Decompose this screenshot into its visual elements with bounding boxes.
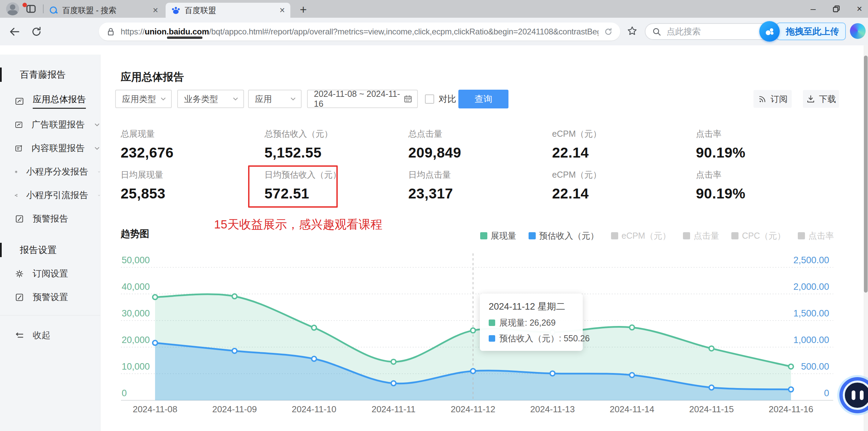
robot-face-icon bbox=[843, 381, 868, 410]
app-type-value: 应用类型 bbox=[122, 93, 156, 105]
legend-label: 展现量 bbox=[491, 230, 516, 241]
copilot-icon[interactable] bbox=[850, 23, 866, 39]
download-button[interactable]: 下载 bbox=[803, 90, 839, 108]
workspaces-icon[interactable] bbox=[25, 3, 37, 15]
subscribe-button[interactable]: 订阅 bbox=[753, 90, 792, 108]
search-placeholder: 点此搜索 bbox=[667, 26, 701, 37]
legend-item-active[interactable]: 展现量 bbox=[480, 230, 516, 241]
tab-baidu-union[interactable]: 百度联盟 × bbox=[166, 3, 290, 18]
tooltip-rows: 展现量: 26,269预估收入（元）: 550.26 bbox=[489, 317, 574, 344]
sidebar-item-1[interactable]: 广告联盟报告 bbox=[0, 113, 100, 136]
data-point-展现量-2024-11-14[interactable] bbox=[630, 325, 635, 330]
svg-text:0: 0 bbox=[824, 388, 829, 398]
restore-button[interactable] bbox=[832, 4, 841, 13]
back-button[interactable] bbox=[7, 25, 22, 39]
favorite-star-icon[interactable] bbox=[626, 25, 638, 38]
search-favicon bbox=[49, 6, 58, 15]
data-point-预估收入（元）-2024-11-10[interactable] bbox=[312, 356, 317, 361]
refresh-button[interactable] bbox=[29, 25, 44, 39]
chevron-down-icon bbox=[98, 192, 100, 199]
data-point-预估收入（元）-2024-11-16[interactable] bbox=[789, 387, 793, 392]
sidebar-item-2[interactable]: 内容联盟报告 bbox=[0, 136, 100, 160]
legend-item-inactive[interactable]: eCPM（元） bbox=[611, 230, 671, 241]
svg-text:2,500.00: 2,500.00 bbox=[793, 255, 829, 265]
data-point-预估收入（元）-2024-11-13[interactable] bbox=[550, 371, 555, 376]
data-point-展现量-2024-11-15[interactable] bbox=[709, 346, 714, 351]
stat-value: 232,676 bbox=[121, 145, 264, 161]
compare-checkbox[interactable] bbox=[425, 94, 434, 104]
tab-baidu-search[interactable]: 百度联盟 - 搜索 × bbox=[44, 3, 164, 18]
window-controls: – × bbox=[809, 0, 865, 18]
chevron-down-icon bbox=[290, 96, 296, 102]
legend-item-inactive[interactable]: 点击量 bbox=[683, 230, 719, 241]
page-content: 百青藤报告 应用总体报告广告联盟报告内容联盟报告小程序分发报告小程序引流报告预警… bbox=[0, 45, 868, 431]
stat-value: 209,849 bbox=[408, 145, 552, 161]
assistant-robot-button[interactable] bbox=[839, 377, 868, 413]
data-point-预估收入（元）-2024-11-11[interactable] bbox=[391, 381, 396, 386]
sidebar-item-4[interactable]: 小程序引流报告 bbox=[0, 183, 100, 207]
data-point-预估收入（元）-2024-11-12[interactable] bbox=[471, 369, 475, 373]
data-point-预估收入（元）-2024-11-09[interactable] bbox=[232, 348, 237, 353]
tab-title: 百度联盟 bbox=[185, 5, 275, 16]
sidebar-item-label: 应用总体报告 bbox=[33, 93, 86, 109]
query-button[interactable]: 查询 bbox=[458, 90, 508, 108]
svg-text:2024-11-14: 2024-11-14 bbox=[610, 404, 654, 414]
stat-card-0: 日均展现量25,853 bbox=[121, 169, 264, 202]
legend-swatch bbox=[611, 232, 618, 239]
data-point-展现量-2024-11-12[interactable] bbox=[471, 328, 475, 333]
stat-value: 23,317 bbox=[408, 185, 552, 202]
data-point-展现量-2024-11-11[interactable] bbox=[391, 359, 396, 364]
sidebar-setting-0[interactable]: 订阅设置 bbox=[0, 262, 100, 285]
page-refresh-icon[interactable] bbox=[603, 27, 613, 37]
stat-label: 总预估收入（元） bbox=[264, 128, 408, 139]
netdisk-upload-button[interactable]: 拖拽至此上传 bbox=[759, 21, 846, 42]
biz-type-select[interactable]: 业务类型 bbox=[177, 90, 244, 108]
legend-label: 预估收入（元） bbox=[539, 230, 599, 241]
legend-item-inactive[interactable]: CPC（元） bbox=[731, 230, 786, 241]
data-point-展现量-2024-11-09[interactable] bbox=[232, 294, 237, 299]
data-point-展现量-2024-11-10[interactable] bbox=[312, 325, 317, 330]
sidebar-settings-menu: 订阅设置预警设置 bbox=[0, 262, 100, 309]
svg-text:2,000.00: 2,000.00 bbox=[793, 282, 829, 292]
data-point-预估收入（元）-2024-11-14[interactable] bbox=[630, 373, 635, 377]
legend-swatch bbox=[480, 232, 487, 239]
red-annotation-text: 15天收益展示，感兴趣观看课程 bbox=[214, 217, 382, 233]
sidebar-setting-1[interactable]: 预警设置 bbox=[0, 285, 100, 309]
legend-item-inactive[interactable]: 点击率 bbox=[798, 230, 834, 241]
compare-label: 对比 bbox=[439, 93, 456, 105]
stat-label: eCPM（元） bbox=[552, 128, 696, 139]
data-point-展现量-2024-11-16[interactable] bbox=[789, 364, 793, 369]
calendar-icon bbox=[403, 94, 412, 104]
collapse-icon bbox=[14, 330, 25, 341]
tab-close-icon[interactable]: × bbox=[153, 6, 158, 15]
sidebar-item-3[interactable]: 小程序分发报告 bbox=[0, 160, 100, 183]
data-point-预估收入（元）-2024-11-15[interactable] bbox=[709, 385, 714, 390]
app-type-select[interactable]: 应用类型 bbox=[115, 90, 172, 108]
sidebar-item-0[interactable]: 应用总体报告 bbox=[0, 89, 100, 113]
date-range-picker[interactable]: 2024-11-08 ~ 2024-11-16 bbox=[307, 90, 418, 108]
minimize-button[interactable]: – bbox=[809, 4, 818, 13]
app-select[interactable]: 应用 bbox=[248, 90, 302, 108]
stat-label: 日均展现量 bbox=[121, 169, 264, 180]
legend-label: eCPM（元） bbox=[622, 230, 671, 241]
data-point-展现量-2024-11-08[interactable] bbox=[153, 295, 157, 299]
legend-item-active[interactable]: 预估收入（元） bbox=[529, 230, 599, 241]
legend-label: 点击率 bbox=[808, 230, 834, 241]
sidebar-collapse-button[interactable]: 收起 bbox=[0, 324, 100, 347]
sidebar-item-5[interactable]: 预警报告 bbox=[0, 207, 100, 231]
stat-card-4: 点击率90.19% bbox=[696, 128, 840, 161]
scrollbar-thumb[interactable] bbox=[864, 56, 868, 293]
stat-label: 点击率 bbox=[696, 128, 840, 139]
stat-card-3: eCPM（元）22.14 bbox=[552, 169, 696, 202]
close-window-button[interactable]: × bbox=[855, 4, 864, 13]
data-point-预估收入（元）-2024-11-08[interactable] bbox=[153, 341, 157, 345]
profile-avatar[interactable] bbox=[6, 2, 19, 15]
stat-card-2: 总点击量209,849 bbox=[408, 128, 552, 161]
download-icon bbox=[806, 94, 816, 104]
tab-close-icon[interactable]: × bbox=[279, 6, 285, 15]
new-tab-button[interactable]: + bbox=[296, 3, 311, 16]
svg-text:1,500.00: 1,500.00 bbox=[793, 308, 829, 318]
svg-text:20,000: 20,000 bbox=[122, 335, 150, 345]
sidebar-item-label: 小程序分发报告 bbox=[26, 166, 88, 178]
sidebar-divider bbox=[0, 315, 100, 315]
